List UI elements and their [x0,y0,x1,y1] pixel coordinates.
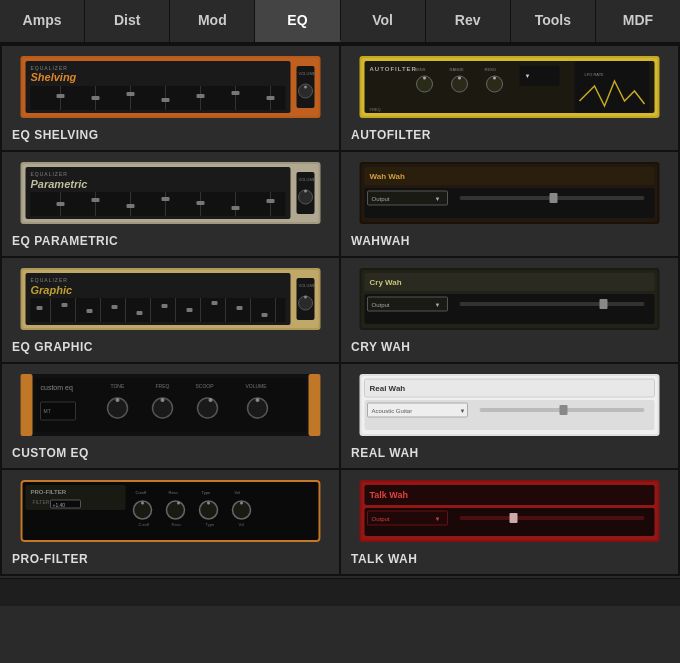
device-label-wahwah: WAHWAH [351,234,668,248]
svg-text:▼: ▼ [435,196,441,202]
svg-text:Shelving: Shelving [31,71,77,83]
svg-text:SENS: SENS [415,67,426,72]
device-cell-autofilter[interactable]: AUTOFILTER SENS RANGE RESO ▼ LFO RATE FR… [341,46,678,150]
tab-rev[interactable]: Rev [426,0,511,42]
svg-point-163 [240,502,243,505]
svg-text:SCOOP: SCOOP [196,383,215,389]
svg-text:Type: Type [206,522,215,527]
device-label-autofilter: AUTOFILTER [351,128,668,142]
svg-point-129 [198,398,218,418]
device-cell-profilter[interactable]: PRO-FILTER FILTER +1.40 Cutoff Reso Type… [2,470,339,574]
autofilter-thumbnail: AUTOFILTER SENS RANGE RESO ▼ LFO RATE FR… [351,56,668,118]
svg-rect-177 [510,513,518,523]
svg-point-105 [304,296,307,299]
device-cell-custom-eq[interactable]: custom eq TONE FREQ SCOOP VOLUME MT CUST… [2,364,339,468]
svg-rect-68 [365,167,655,185]
device-cell-wahwah[interactable]: Wah Wah Output ▼ WAHWAH [341,152,678,256]
tab-amps[interactable]: Amps [0,0,85,42]
device-cell-eq-shelving[interactable]: EQUALIZER Shelving VOLUME EQ SHE [2,46,339,150]
svg-rect-14 [92,96,100,100]
bottom-bar [0,578,680,606]
svg-rect-92 [37,306,43,310]
svg-text:Acoustic Guitar: Acoustic Guitar [372,408,413,414]
device-label-realwah: REAL WAH [351,446,668,460]
talkwah-thumbnail: Talk Wah Output ▼ [351,480,668,542]
svg-rect-15 [127,92,135,96]
svg-text:Reso: Reso [169,490,179,495]
svg-rect-117 [21,374,33,436]
svg-rect-98 [187,308,193,312]
svg-text:Real Wah: Real Wah [370,384,406,393]
device-cell-realwah[interactable]: Real Wah Acoustic Guitar ▼ REAL WAH [341,364,678,468]
svg-rect-59 [197,201,205,205]
device-cell-crywah[interactable]: Cry Wah Output ▼ CRY WAH [341,258,678,362]
svg-text:▼: ▼ [525,73,531,79]
device-cell-eq-graphic[interactable]: EQUALIZER Graphic VOLUME [2,258,339,362]
svg-text:▼: ▼ [435,302,441,308]
svg-rect-93 [62,303,68,307]
svg-rect-144 [560,405,568,415]
svg-text:Graphic: Graphic [31,284,73,296]
svg-text:▼: ▼ [435,516,441,522]
tab-mod[interactable]: Mod [170,0,255,42]
svg-point-160 [207,502,210,505]
svg-point-23 [304,86,307,89]
svg-text:VOLUME: VOLUME [246,383,268,389]
svg-text:+1.40: +1.40 [53,502,66,508]
svg-rect-13 [57,94,65,98]
profilter-thumbnail: PRO-FILTER FILTER +1.40 Cutoff Reso Type… [12,480,329,542]
tab-tools[interactable]: Tools [511,0,596,42]
tab-dist[interactable]: Dist [85,0,170,42]
svg-point-156 [167,501,185,519]
svg-rect-17 [197,94,205,98]
svg-point-36 [493,77,496,80]
svg-rect-57 [127,204,135,208]
device-label-eq-shelving: EQ SHELVING [12,128,329,142]
svg-text:Cutoff: Cutoff [136,490,147,495]
tab-vol[interactable]: Vol [341,0,426,42]
svg-text:Output: Output [372,516,390,522]
device-cell-talkwah[interactable]: Talk Wah Output ▼ TALK WAH [341,470,678,574]
svg-text:FREQ: FREQ [370,107,381,112]
eq-shelving-thumbnail: EQUALIZER Shelving VOLUME [12,56,329,118]
svg-point-65 [304,190,307,193]
svg-text:Cutoff: Cutoff [139,522,150,527]
custom-eq-thumbnail: custom eq TONE FREQ SCOOP VOLUME MT [12,374,329,436]
device-cell-eq-parametric[interactable]: EQUALIZER Parametric VOLUME EQ PARAMETRI… [2,152,339,256]
svg-text:VOLUME: VOLUME [299,177,316,182]
svg-rect-55 [57,202,65,206]
tab-bar: Amps Dist Mod EQ Vol Rev Tools MDF [0,0,680,44]
tab-eq[interactable]: EQ [255,0,340,42]
svg-text:MT: MT [44,408,51,414]
svg-rect-108 [365,273,655,291]
svg-text:AUTOFILTER: AUTOFILTER [370,66,417,72]
svg-text:Reso: Reso [172,522,182,527]
svg-text:Wah Wah: Wah Wah [370,172,406,181]
svg-rect-99 [212,301,218,305]
svg-text:EQUALIZER: EQUALIZER [31,171,68,177]
svg-text:Vol: Vol [235,490,241,495]
svg-text:Talk Wah: Talk Wah [370,490,409,500]
svg-text:Type: Type [202,490,211,495]
svg-text:TONE: TONE [111,383,125,389]
svg-rect-101 [262,313,268,317]
svg-rect-5 [31,86,286,110]
device-label-custom-eq: CUSTOM EQ [12,446,329,460]
crywah-thumbnail: Cry Wah Output ▼ [351,268,668,330]
svg-rect-118 [309,374,321,436]
device-label-crywah: CRY WAH [351,340,668,354]
svg-point-30 [423,77,426,80]
svg-rect-97 [162,304,168,308]
tab-mdf[interactable]: MDF [596,0,680,42]
device-label-talkwah: TALK WAH [351,552,668,566]
svg-rect-56 [92,198,100,202]
device-label-eq-graphic: EQ GRAPHIC [12,340,329,354]
svg-rect-137 [365,379,655,397]
wahwah-thumbnail: Wah Wah Output ▼ [351,162,668,224]
svg-point-128 [161,398,165,402]
svg-text:Output: Output [372,196,390,202]
svg-point-154 [141,502,144,505]
svg-text:EQUALIZER: EQUALIZER [31,277,68,283]
svg-text:FREQ: FREQ [156,383,170,389]
device-label-eq-parametric: EQ PARAMETRIC [12,234,329,248]
